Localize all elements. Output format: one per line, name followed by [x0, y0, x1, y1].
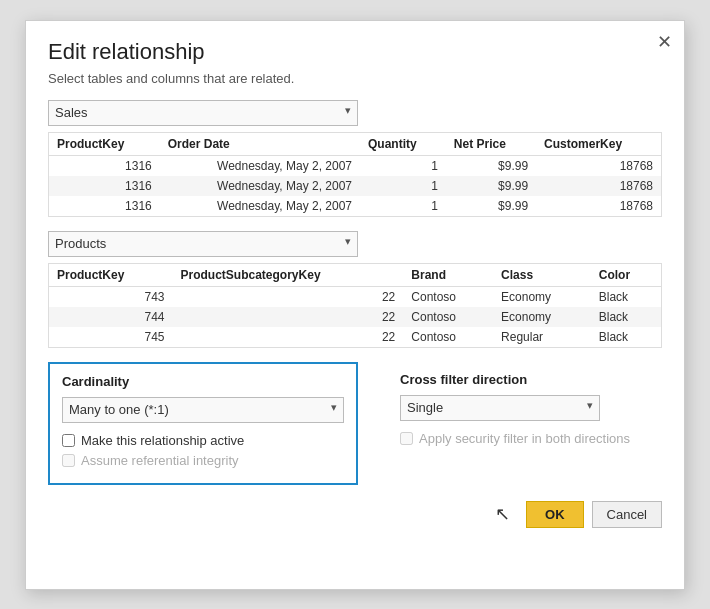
table2-col-header: Class [493, 263, 591, 286]
table-cell: Economy [493, 307, 591, 327]
table1-col-header: CustomerKey [536, 132, 661, 155]
referential-integrity-row: Assume referential integrity [62, 453, 344, 468]
cardinality-dropdown-wrapper[interactable]: Many to one (*:1) [62, 397, 344, 423]
table-cell: Wednesday, May 2, 2007 [160, 155, 360, 176]
active-relationship-checkbox[interactable] [62, 434, 75, 447]
security-filter-label: Apply security filter in both directions [419, 431, 630, 446]
table-cell: Economy [493, 286, 591, 307]
table-cell: Regular [493, 327, 591, 348]
table-cell: 744 [49, 307, 173, 327]
table1-data-table: ProductKeyOrder DateQuantityNet PriceCus… [48, 132, 662, 217]
ok-button[interactable]: OK [526, 501, 584, 528]
cross-filter-box: Cross filter direction Single Apply secu… [388, 362, 662, 485]
table1-col-header: Quantity [360, 132, 446, 155]
table-row: 1316Wednesday, May 2, 20071$9.9918768 [49, 196, 662, 217]
cursor-icon: ↖ [495, 503, 510, 525]
table-row: 74422ContosoEconomyBlack [49, 307, 662, 327]
table-cell: Contoso [403, 327, 493, 348]
table-cell: 18768 [536, 155, 661, 176]
cross-filter-dropdown-wrapper[interactable]: Single [400, 395, 600, 421]
table1-col-header: Order Date [160, 132, 360, 155]
table1-col-header: Net Price [446, 132, 536, 155]
table-row: 1316Wednesday, May 2, 20071$9.9918768 [49, 155, 662, 176]
table2-dropdown[interactable]: Products [48, 231, 358, 257]
cross-filter-title: Cross filter direction [400, 372, 650, 387]
table-row: 74522ContosoRegularBlack [49, 327, 662, 348]
active-relationship-label: Make this relationship active [81, 433, 244, 448]
table-row: 1316Wednesday, May 2, 20071$9.9918768 [49, 176, 662, 196]
table-cell: 22 [173, 286, 404, 307]
cross-filter-dropdown[interactable]: Single [400, 395, 600, 421]
table-cell: 22 [173, 327, 404, 348]
referential-integrity-checkbox[interactable] [62, 454, 75, 467]
dialog-footer: ↖ OK Cancel [48, 501, 662, 528]
bottom-section: Cardinality Many to one (*:1) Make this … [48, 362, 662, 485]
table2-col-header: ProductSubcategoryKey [173, 263, 404, 286]
security-filter-row: Apply security filter in both directions [400, 431, 650, 446]
table1-col-header: ProductKey [49, 132, 160, 155]
table-cell: 18768 [536, 176, 661, 196]
cancel-button[interactable]: Cancel [592, 501, 662, 528]
table-cell: 1 [360, 176, 446, 196]
table-cell: 1316 [49, 196, 160, 217]
table-cell: Contoso [403, 307, 493, 327]
table-cell: 1 [360, 196, 446, 217]
cardinality-title: Cardinality [62, 374, 344, 389]
table-cell: Black [591, 327, 662, 348]
table-cell: $9.99 [446, 155, 536, 176]
table1-dropdown-wrapper[interactable]: Sales [48, 100, 358, 126]
referential-integrity-label: Assume referential integrity [81, 453, 239, 468]
active-relationship-row: Make this relationship active [62, 433, 344, 448]
table-cell: 1316 [49, 176, 160, 196]
cardinality-dropdown[interactable]: Many to one (*:1) [62, 397, 344, 423]
table-cell: 22 [173, 307, 404, 327]
table-cell: Black [591, 307, 662, 327]
dialog-subtitle: Select tables and columns that are relat… [48, 71, 662, 86]
table-cell: 1316 [49, 155, 160, 176]
table2-col-header: ProductKey [49, 263, 173, 286]
table-cell: 1 [360, 155, 446, 176]
table-cell: Wednesday, May 2, 2007 [160, 196, 360, 217]
table-cell: 743 [49, 286, 173, 307]
edit-relationship-dialog: ✕ Edit relationship Select tables and co… [25, 20, 685, 590]
table2-col-header: Brand [403, 263, 493, 286]
table-cell: Contoso [403, 286, 493, 307]
close-button[interactable]: ✕ [657, 31, 672, 53]
table-cell: $9.99 [446, 196, 536, 217]
table-cell: Black [591, 286, 662, 307]
table2-dropdown-wrapper[interactable]: Products [48, 231, 358, 257]
dialog-title: Edit relationship [48, 39, 662, 65]
table-cell: 18768 [536, 196, 661, 217]
security-filter-checkbox[interactable] [400, 432, 413, 445]
table-cell: 745 [49, 327, 173, 348]
table-cell: $9.99 [446, 176, 536, 196]
table2-col-header: Color [591, 263, 662, 286]
table2-data-table: ProductKeyProductSubcategoryKeyBrandClas… [48, 263, 662, 348]
table-row: 74322ContosoEconomyBlack [49, 286, 662, 307]
cardinality-box: Cardinality Many to one (*:1) Make this … [48, 362, 358, 485]
table-cell: Wednesday, May 2, 2007 [160, 176, 360, 196]
table1-dropdown[interactable]: Sales [48, 100, 358, 126]
